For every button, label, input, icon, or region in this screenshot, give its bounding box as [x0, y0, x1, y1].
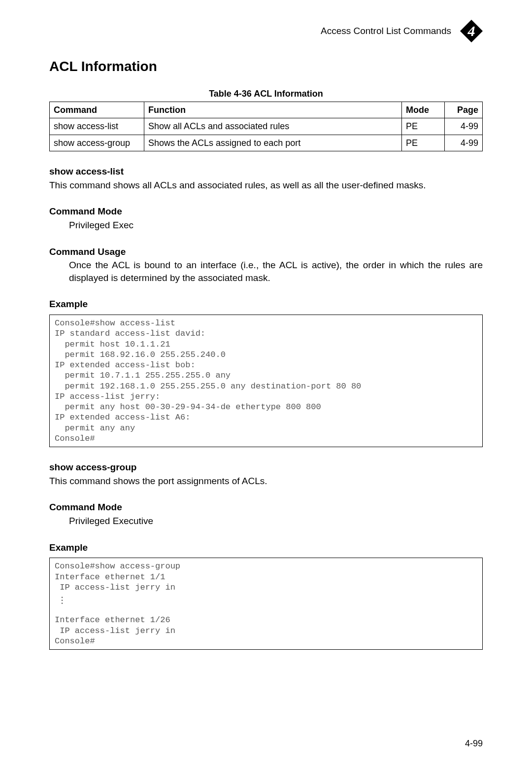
table-row: show access-group Shows the ACLs assigne…	[50, 135, 483, 151]
label-example: Example	[49, 541, 483, 554]
cell-command: show access-list	[50, 118, 144, 135]
page: Access Control List Commands 4 ACL Infor…	[0, 0, 532, 774]
table-caption: Table 4-36 ACL Information	[49, 88, 483, 100]
th-page: Page	[445, 102, 483, 118]
th-mode: Mode	[402, 102, 445, 118]
th-command: Command	[50, 102, 144, 118]
page-number: 4-99	[465, 738, 483, 749]
label-command-mode: Command Mode	[49, 205, 483, 218]
chapter-number: 4	[460, 20, 483, 42]
table-row: show access-list Show all ACLs and assoc…	[50, 118, 483, 135]
cell-mode: PE	[402, 118, 445, 135]
code-top: Console#show access-group Interface ethe…	[55, 562, 180, 592]
label-command-usage: Command Usage	[49, 246, 483, 258]
section-title: ACL Information	[49, 57, 483, 76]
cell-page: 4-99	[445, 118, 483, 135]
cmd-desc: This command shows all ACLs and associat…	[49, 179, 483, 192]
command-usage-text: Once the ACL is bound to an interface (i…	[69, 259, 483, 284]
command-mode-value: Privileged Executive	[69, 515, 483, 528]
cell-command: show access-group	[50, 135, 144, 151]
chapter-badge: 4	[460, 20, 483, 42]
label-command-mode: Command Mode	[49, 501, 483, 514]
cell-page: 4-99	[445, 135, 483, 151]
example-code-block: Console#show access-list IP standard acc…	[49, 315, 483, 447]
table-header-row: Command Function Mode Page	[50, 102, 483, 118]
vertical-ellipsis-icon: ...	[55, 594, 477, 603]
command-mode-value: Privileged Exec	[69, 219, 483, 232]
code-bottom: Interface ethernet 1/26 IP access-list j…	[55, 615, 175, 646]
cell-mode: PE	[402, 135, 445, 151]
th-function: Function	[144, 102, 402, 118]
acl-info-table: Command Function Mode Page show access-l…	[49, 102, 483, 151]
label-example: Example	[49, 298, 483, 311]
cmd-desc: This command shows the port assignments …	[49, 475, 483, 488]
header-title: Access Control List Commands	[321, 25, 451, 37]
cmd-heading-show-access-list: show access-list	[49, 165, 483, 178]
cmd-heading-show-access-group: show access-group	[49, 461, 483, 474]
cell-function: Shows the ACLs assigned to each port	[144, 135, 402, 151]
example-code-block: Console#show access-group Interface ethe…	[49, 558, 483, 650]
page-header: Access Control List Commands 4	[49, 20, 483, 42]
cell-function: Show all ACLs and associated rules	[144, 118, 402, 135]
